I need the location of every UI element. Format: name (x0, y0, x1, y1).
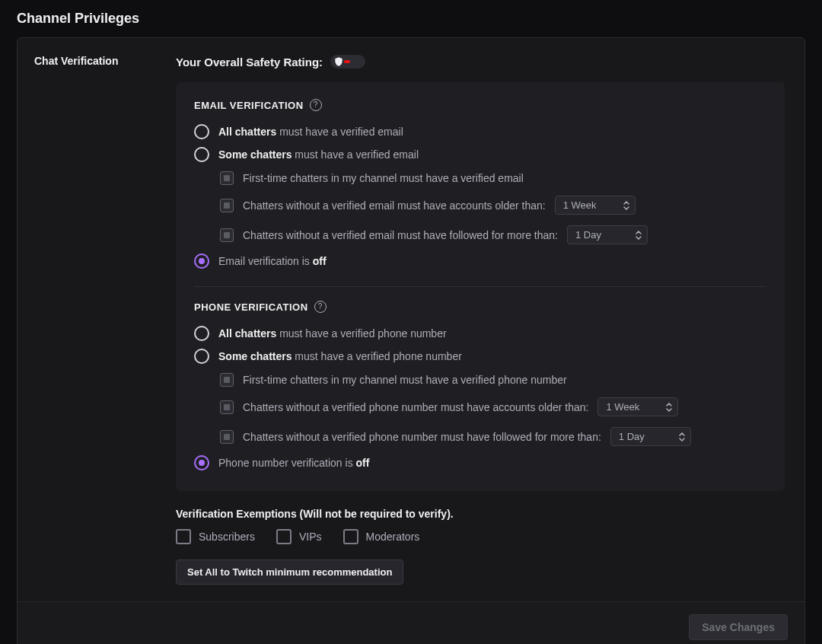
checkbox-label: First-time chatters in my channel must h… (243, 172, 524, 184)
checkbox-label: First-time chatters in my channel must h… (243, 374, 567, 386)
chevron-updown-icon (635, 231, 642, 240)
checkbox-icon[interactable] (220, 199, 234, 212)
phone-off-option[interactable]: Phone number verification is off (194, 451, 766, 474)
phone-all-option[interactable]: All chatters must have a verified phone … (194, 322, 766, 345)
option-label: All chatters must have a verified phone … (218, 327, 447, 340)
checkbox-label: Moderators (366, 531, 420, 543)
checkbox-icon (220, 373, 234, 387)
safety-rating-indicator (330, 55, 365, 69)
option-label: Email verification is off (218, 255, 327, 267)
set-all-recommendation-button[interactable]: Set All to Twitch minimum recommendation (176, 560, 403, 585)
safety-rating-row: Your Overall Safety Rating: (176, 55, 785, 69)
option-label: Phone number verification is off (218, 457, 369, 469)
checkbox-icon (276, 529, 292, 544)
checkbox-label: Chatters without a verified email must h… (243, 229, 558, 241)
chevron-updown-icon (678, 432, 686, 442)
phone-follow-select[interactable]: 1 Day (610, 427, 691, 446)
exemptions-title: Verification Exemptions (Will not be req… (176, 508, 785, 520)
radio-selected-icon (194, 253, 209, 269)
phone-some-option[interactable]: Some chatters must have a verified phone… (194, 345, 766, 368)
radio-icon (194, 124, 209, 139)
option-label: All chatters must have a verified email (218, 126, 403, 138)
exempt-moderators-checkbox[interactable]: Moderators (343, 529, 420, 544)
email-some-option[interactable]: Some chatters must have a verified email (194, 143, 766, 166)
section-label: Chat Verification (34, 55, 176, 585)
verification-panel: EMAIL VERIFICATION ? All chatters must h… (176, 82, 785, 491)
phone-age-select[interactable]: 1 Week (597, 397, 678, 416)
email-off-option[interactable]: Email verification is off (194, 250, 766, 273)
safety-rating-label: Your Overall Safety Rating: (176, 56, 323, 69)
option-label: Some chatters must have a verified phone… (218, 350, 462, 362)
checkbox-icon[interactable] (220, 430, 234, 444)
checkbox-icon (176, 529, 191, 544)
page-title: Channel Privileges (17, 11, 805, 27)
radio-icon (194, 326, 209, 341)
radio-icon (194, 147, 209, 162)
chevron-updown-icon (665, 403, 673, 412)
help-icon[interactable]: ? (314, 301, 327, 313)
email-section-title: EMAIL VERIFICATION (194, 100, 304, 111)
option-label: Some chatters must have a verified email (218, 148, 419, 161)
safety-rating-bar (344, 60, 350, 63)
chevron-updown-icon (623, 201, 630, 210)
checkbox-label: VIPs (299, 531, 322, 543)
phone-section-title: PHONE VERIFICATION (194, 301, 308, 313)
email-age-select[interactable]: 1 Week (555, 196, 636, 215)
divider (194, 286, 766, 287)
shield-icon (333, 56, 344, 67)
checkbox-label: Subscribers (199, 531, 255, 543)
checkbox-icon[interactable] (220, 400, 234, 414)
help-icon[interactable]: ? (310, 99, 322, 111)
checkbox-label: Chatters without a verified phone number… (243, 401, 588, 413)
email-all-option[interactable]: All chatters must have a verified email (194, 120, 766, 143)
phone-firsttime-checkbox[interactable]: First-time chatters in my channel must h… (220, 368, 766, 392)
exemptions-section: Verification Exemptions (Will not be req… (176, 508, 785, 544)
save-changes-button[interactable]: Save Changes (689, 614, 788, 640)
checkbox-label: Chatters without a verified email must h… (243, 199, 546, 212)
checkbox-icon (343, 529, 358, 544)
settings-card: Chat Verification Your Overall Safety Ra… (17, 37, 805, 644)
checkbox-icon[interactable] (220, 228, 234, 242)
exempt-subscribers-checkbox[interactable]: Subscribers (176, 529, 255, 544)
email-firsttime-checkbox[interactable]: First-time chatters in my channel must h… (220, 166, 766, 190)
card-footer: Save Changes (18, 601, 804, 644)
radio-icon (194, 349, 209, 364)
exempt-vips-checkbox[interactable]: VIPs (276, 529, 322, 544)
checkbox-label: Chatters without a verified phone number… (243, 431, 601, 443)
email-follow-select[interactable]: 1 Day (567, 225, 648, 244)
checkbox-icon (220, 171, 234, 185)
radio-selected-icon (194, 455, 209, 470)
